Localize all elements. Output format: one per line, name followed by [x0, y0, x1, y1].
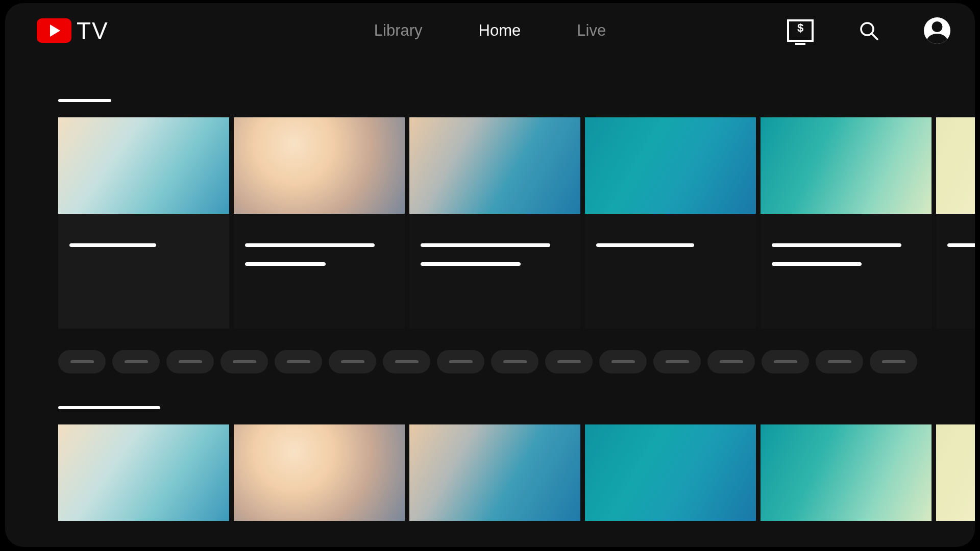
card-info: [58, 214, 229, 329]
content-card[interactable]: [585, 117, 756, 329]
content-card[interactable]: [585, 424, 756, 521]
category-chip[interactable]: [166, 350, 214, 373]
category-chip[interactable]: [491, 350, 538, 373]
logo-text: TV: [77, 17, 109, 44]
category-chip[interactable]: [220, 350, 268, 373]
header: TV Library Home Live $: [5, 3, 975, 58]
app-window: TV Library Home Live $: [5, 3, 975, 547]
thumbnail: [58, 424, 229, 521]
text-skeleton: [179, 360, 202, 363]
text-skeleton: [233, 360, 256, 363]
thumbnail: [234, 424, 405, 521]
category-chip[interactable]: [545, 350, 593, 373]
content-card[interactable]: [234, 117, 405, 329]
text-skeleton: [947, 243, 975, 247]
text-skeleton: [245, 243, 375, 247]
account-avatar[interactable]: [924, 17, 950, 44]
thumbnail: [409, 424, 580, 521]
text-skeleton: [245, 262, 326, 266]
logo[interactable]: TV: [37, 17, 109, 44]
thumbnail: [234, 117, 405, 214]
text-skeleton: [341, 360, 364, 363]
text-skeleton: [774, 360, 797, 363]
category-chip[interactable]: [437, 350, 484, 373]
category-chip[interactable]: [816, 350, 863, 373]
category-chip[interactable]: [329, 350, 376, 373]
content-card[interactable]: [936, 117, 975, 329]
content-row: [5, 117, 975, 329]
text-skeleton: [611, 360, 635, 363]
text-skeleton: [596, 243, 694, 247]
text-skeleton: [772, 262, 862, 266]
category-chip[interactable]: [275, 350, 322, 373]
section-title-skeleton: [58, 99, 111, 102]
category-chip[interactable]: [653, 350, 701, 373]
thumbnail: [761, 424, 932, 521]
thumbnail: [936, 117, 975, 214]
text-skeleton: [828, 360, 851, 363]
category-chip[interactable]: [112, 350, 160, 373]
content-card[interactable]: [409, 424, 580, 521]
text-skeleton: [421, 243, 550, 247]
nav-library[interactable]: Library: [374, 21, 423, 40]
cast-dollar-icon[interactable]: $: [787, 19, 814, 42]
text-skeleton: [69, 243, 156, 247]
text-skeleton: [125, 360, 148, 363]
text-skeleton: [70, 360, 94, 363]
thumbnail: [409, 117, 580, 214]
thumbnail: [585, 424, 756, 521]
search-icon[interactable]: [859, 20, 879, 41]
content-card[interactable]: [58, 117, 229, 329]
nav-home[interactable]: Home: [479, 21, 521, 40]
content-card[interactable]: [761, 117, 932, 329]
card-info: [585, 214, 756, 329]
thumbnail: [58, 117, 229, 214]
text-skeleton: [772, 243, 901, 247]
svg-line-1: [872, 34, 877, 39]
text-skeleton: [287, 360, 310, 363]
category-chip[interactable]: [383, 350, 430, 373]
text-skeleton: [421, 262, 521, 266]
category-chip[interactable]: [58, 350, 106, 373]
content-card[interactable]: [936, 424, 975, 521]
category-chip[interactable]: [599, 350, 647, 373]
youtube-play-icon: [37, 18, 71, 43]
section-title-skeleton: [58, 406, 160, 409]
content-card[interactable]: [234, 424, 405, 521]
text-skeleton: [557, 360, 581, 363]
thumbnail: [761, 117, 932, 214]
content-card[interactable]: [409, 117, 580, 329]
text-skeleton: [720, 360, 743, 363]
thumbnail: [585, 117, 756, 214]
header-actions: $: [787, 17, 950, 44]
category-chip[interactable]: [707, 350, 755, 373]
text-skeleton: [503, 360, 527, 363]
category-chips: [5, 350, 975, 373]
content-row: [5, 424, 975, 521]
thumbnail: [936, 424, 975, 521]
text-skeleton: [882, 360, 905, 363]
card-info: [234, 214, 405, 329]
top-nav: Library Home Live: [374, 21, 606, 40]
card-info: [761, 214, 932, 329]
text-skeleton: [395, 360, 419, 363]
category-chip[interactable]: [762, 350, 809, 373]
content-card[interactable]: [58, 424, 229, 521]
card-info: [409, 214, 580, 329]
content-card[interactable]: [761, 424, 932, 521]
card-info: [936, 214, 975, 329]
category-chip[interactable]: [870, 350, 917, 373]
text-skeleton: [666, 360, 689, 363]
nav-live[interactable]: Live: [577, 21, 606, 40]
text-skeleton: [449, 360, 473, 363]
